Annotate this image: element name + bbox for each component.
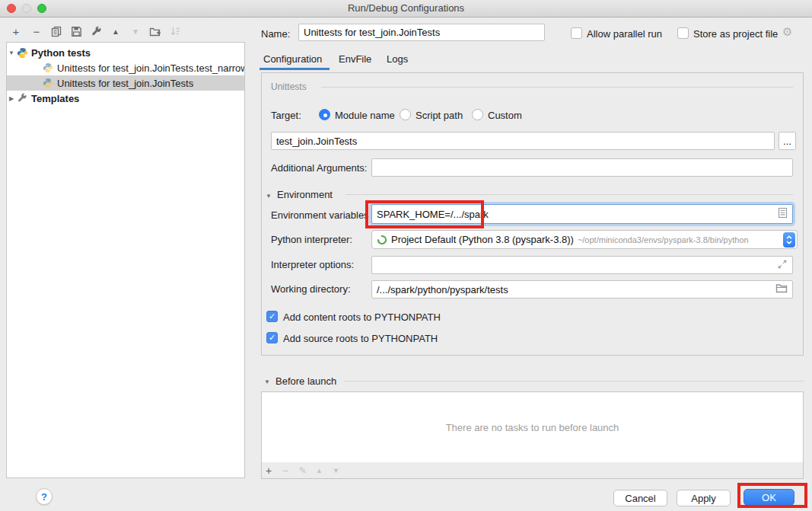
tree-item-templates[interactable]: ▶ Templates <box>7 91 244 106</box>
remove-task-icon[interactable]: − <box>282 465 299 477</box>
before-launch-empty-text: There are no tasks to run before launch <box>446 422 619 433</box>
apply-button[interactable]: Apply <box>677 490 731 506</box>
allow-parallel-checkbox[interactable] <box>571 27 582 39</box>
name-label: Name: <box>261 28 290 40</box>
wrench-icon <box>16 92 28 104</box>
sort-icon[interactable] <box>169 25 181 37</box>
browse-button[interactable]: ... <box>779 132 796 150</box>
python-interpreter-path: ~/opt/miniconda3/envs/pyspark-3.8/bin/py… <box>578 235 749 244</box>
environment-variables-label: Environment variables: <box>271 209 371 221</box>
environment-collapse-icon[interactable]: ▼ <box>266 193 272 200</box>
before-launch-toolbar: + − ✎ ▲ ▼ <box>261 462 804 479</box>
working-directory-label: Working directory: <box>271 283 351 295</box>
add-source-roots-label: Add source roots to PYTHONPATH <box>283 333 438 344</box>
add-source-roots-checkbox[interactable] <box>266 332 278 343</box>
name-input[interactable] <box>298 24 545 41</box>
move-up-icon[interactable]: ▲ <box>110 25 122 37</box>
interpreter-options-input[interactable] <box>371 256 793 274</box>
save-icon[interactable] <box>70 25 82 37</box>
remove-icon[interactable]: − <box>30 25 43 37</box>
new-folder-icon[interactable] <box>149 25 161 37</box>
tree-item-label: Templates <box>31 93 79 104</box>
help-label: ? <box>41 491 47 503</box>
tab-logs[interactable]: Logs <box>387 53 408 65</box>
configurations-tree: ▼ Python tests Unittests for test_join.J… <box>6 42 245 478</box>
target-script-label: Script path <box>416 110 463 121</box>
browse-label: ... <box>783 136 791 147</box>
python-interpreter-label: Python interpreter: <box>271 234 352 245</box>
section-divider <box>345 194 793 195</box>
add-icon[interactable]: + <box>10 25 22 37</box>
dropdown-stepper-icon[interactable] <box>783 232 795 248</box>
help-button[interactable]: ? <box>36 488 53 505</box>
active-tab-underline <box>260 68 330 70</box>
interpreter-options-label: Interpreter options: <box>271 259 354 270</box>
target-script-radio[interactable] <box>400 109 411 120</box>
module-name-input[interactable] <box>271 132 775 150</box>
tree-item-unittests-jointests-selected[interactable]: Unittests for test_join.JoinTests <box>7 75 245 91</box>
python-interpreter-value: Project Default (Python 3.8 (pyspark-3.8… <box>391 234 574 245</box>
add-task-icon[interactable]: + <box>266 465 282 477</box>
target-module-label: Module name <box>335 110 395 121</box>
tree-item-python-tests[interactable]: ▼ Python tests <box>7 45 244 60</box>
python-interpreter-select[interactable]: Project Default (Python 3.8 (pyspark-3.8… <box>371 230 798 249</box>
tree-item-label: Unittests for test_join.JoinTests.test_n… <box>57 62 245 74</box>
python-test-icon <box>42 62 54 74</box>
cancel-label: Cancel <box>625 493 655 504</box>
unittests-section-label: Unittests <box>271 81 307 92</box>
environment-section-label: Environment <box>277 189 333 200</box>
before-launch-collapse-icon[interactable]: ▼ <box>264 378 270 385</box>
target-module-radio[interactable] <box>319 109 330 120</box>
run-debug-configurations-dialog: Run/Debug Configurations + − ▲ ▼ ▼ Pytho… <box>0 0 812 511</box>
cancel-button[interactable]: Cancel <box>613 490 667 506</box>
apply-label: Apply <box>691 493 716 504</box>
allow-parallel-label: Allow parallel run <box>587 28 662 40</box>
tree-item-label: Unittests for test_join.JoinTests <box>57 78 193 89</box>
wrench-icon[interactable] <box>90 25 102 37</box>
python-icon <box>16 46 28 59</box>
annotation-ok-highlight <box>737 483 807 508</box>
working-directory-input[interactable]: /.../spark/python/pyspark/tests <box>371 280 793 299</box>
annotation-env-vars-highlight <box>365 200 484 228</box>
chevron-down-icon[interactable]: ▼ <box>7 50 16 56</box>
tree-item-label: Python tests <box>31 47 91 59</box>
target-custom-label: Custom <box>488 110 522 121</box>
tab-envfile[interactable]: EnvFile <box>339 53 371 65</box>
before-launch-label: Before launch <box>275 375 336 387</box>
move-down-icon[interactable]: ▼ <box>129 25 142 37</box>
task-down-icon[interactable]: ▼ <box>333 467 349 474</box>
before-launch-task-list: There are no tasks to run before launch <box>261 391 804 463</box>
copy-icon[interactable] <box>50 25 62 37</box>
gear-icon[interactable]: ⚙ <box>782 25 792 39</box>
window-title: Run/Debug Configurations <box>0 2 812 14</box>
store-project-label: Store as project file <box>693 28 778 40</box>
task-up-icon[interactable]: ▲ <box>316 467 333 474</box>
add-content-roots-label: Add content roots to PYTHONPATH <box>283 311 441 323</box>
title-bar: Run/Debug Configurations <box>0 0 812 18</box>
chevron-right-icon[interactable]: ▶ <box>7 95 16 102</box>
additional-arguments-input[interactable] <box>371 158 793 177</box>
target-custom-radio[interactable] <box>472 109 483 120</box>
working-directory-value: /.../spark/python/pyspark/tests <box>377 284 508 295</box>
conda-env-icon <box>377 235 387 245</box>
target-label: Target: <box>271 110 301 121</box>
folder-icon[interactable] <box>775 283 788 295</box>
expand-icon[interactable] <box>777 259 788 272</box>
section-divider <box>321 87 793 88</box>
add-content-roots-checkbox[interactable] <box>266 311 278 322</box>
additional-arguments-label: Additional Arguments: <box>271 162 367 174</box>
pencil-icon[interactable]: ✎ <box>299 465 316 476</box>
list-icon[interactable] <box>778 207 788 221</box>
section-divider <box>344 381 804 382</box>
store-project-checkbox[interactable] <box>677 27 689 39</box>
tree-item-unittests-test-narrow[interactable]: Unittests for test_join.JoinTests.test_n… <box>7 60 245 75</box>
tab-configuration[interactable]: Configuration <box>263 53 322 65</box>
python-test-icon <box>42 77 54 89</box>
configuration-panel: Unittests Target: Module name Script pat… <box>261 72 804 356</box>
